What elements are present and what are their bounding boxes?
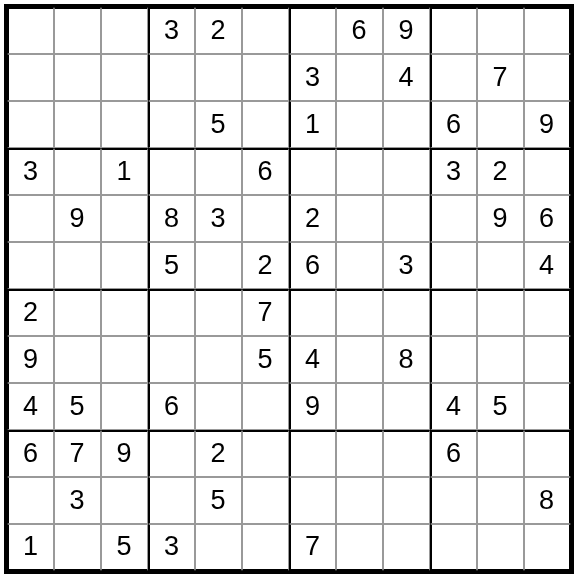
cell-6-6[interactable]	[289, 289, 336, 336]
cell-5-11[interactable]: 4	[524, 242, 571, 289]
cell-4-1[interactable]: 9	[54, 195, 101, 242]
cell-1-0[interactable]	[7, 54, 54, 101]
cell-4-2[interactable]	[101, 195, 148, 242]
cell-10-4[interactable]: 5	[195, 477, 242, 524]
cell-7-4[interactable]	[195, 336, 242, 383]
cell-9-5[interactable]	[242, 430, 289, 477]
cell-11-1[interactable]	[54, 524, 101, 571]
cell-7-7[interactable]	[336, 336, 383, 383]
cell-7-0[interactable]: 9	[7, 336, 54, 383]
cell-3-0[interactable]: 3	[7, 148, 54, 195]
cell-11-9[interactable]	[430, 524, 477, 571]
cell-6-11[interactable]	[524, 289, 571, 336]
cell-0-9[interactable]	[430, 7, 477, 54]
cell-7-2[interactable]	[101, 336, 148, 383]
cell-9-10[interactable]	[477, 430, 524, 477]
cell-8-1[interactable]: 5	[54, 383, 101, 430]
cell-9-9[interactable]: 6	[430, 430, 477, 477]
cell-9-6[interactable]	[289, 430, 336, 477]
cell-10-6[interactable]	[289, 477, 336, 524]
cell-6-7[interactable]	[336, 289, 383, 336]
cell-3-5[interactable]: 6	[242, 148, 289, 195]
cell-6-8[interactable]	[383, 289, 430, 336]
cell-8-6[interactable]: 9	[289, 383, 336, 430]
cell-9-11[interactable]	[524, 430, 571, 477]
cell-6-3[interactable]	[148, 289, 195, 336]
cell-3-6[interactable]	[289, 148, 336, 195]
cell-11-11[interactable]	[524, 524, 571, 571]
cell-5-9[interactable]	[430, 242, 477, 289]
cell-5-4[interactable]	[195, 242, 242, 289]
cell-5-8[interactable]: 3	[383, 242, 430, 289]
cell-1-9[interactable]	[430, 54, 477, 101]
cell-10-5[interactable]	[242, 477, 289, 524]
cell-5-5[interactable]: 2	[242, 242, 289, 289]
cell-9-8[interactable]	[383, 430, 430, 477]
cell-10-11[interactable]: 8	[524, 477, 571, 524]
cell-0-3[interactable]: 3	[148, 7, 195, 54]
cell-0-6[interactable]	[289, 7, 336, 54]
cell-11-2[interactable]: 5	[101, 524, 148, 571]
cell-1-4[interactable]	[195, 54, 242, 101]
cell-11-5[interactable]	[242, 524, 289, 571]
cell-11-8[interactable]	[383, 524, 430, 571]
cell-8-11[interactable]	[524, 383, 571, 430]
cell-2-8[interactable]	[383, 101, 430, 148]
cell-5-6[interactable]: 6	[289, 242, 336, 289]
cell-8-10[interactable]: 5	[477, 383, 524, 430]
cell-9-1[interactable]: 7	[54, 430, 101, 477]
cell-10-3[interactable]	[148, 477, 195, 524]
cell-1-8[interactable]: 4	[383, 54, 430, 101]
cell-4-6[interactable]: 2	[289, 195, 336, 242]
cell-3-11[interactable]	[524, 148, 571, 195]
cell-3-9[interactable]: 3	[430, 148, 477, 195]
cell-2-2[interactable]	[101, 101, 148, 148]
cell-4-8[interactable]	[383, 195, 430, 242]
cell-3-4[interactable]	[195, 148, 242, 195]
cell-0-2[interactable]	[101, 7, 148, 54]
cell-11-7[interactable]	[336, 524, 383, 571]
cell-8-2[interactable]	[101, 383, 148, 430]
cell-3-8[interactable]	[383, 148, 430, 195]
cell-0-8[interactable]: 9	[383, 7, 430, 54]
cell-8-8[interactable]	[383, 383, 430, 430]
cell-9-4[interactable]: 2	[195, 430, 242, 477]
cell-6-9[interactable]	[430, 289, 477, 336]
cell-4-11[interactable]: 6	[524, 195, 571, 242]
cell-7-3[interactable]	[148, 336, 195, 383]
cell-0-10[interactable]	[477, 7, 524, 54]
cell-2-3[interactable]	[148, 101, 195, 148]
cell-8-5[interactable]	[242, 383, 289, 430]
cell-4-4[interactable]: 3	[195, 195, 242, 242]
cell-11-6[interactable]: 7	[289, 524, 336, 571]
cell-1-1[interactable]	[54, 54, 101, 101]
cell-8-9[interactable]: 4	[430, 383, 477, 430]
cell-8-7[interactable]	[336, 383, 383, 430]
cell-10-0[interactable]	[7, 477, 54, 524]
cell-7-6[interactable]: 4	[289, 336, 336, 383]
cell-1-10[interactable]: 7	[477, 54, 524, 101]
cell-7-5[interactable]: 5	[242, 336, 289, 383]
cell-1-7[interactable]	[336, 54, 383, 101]
cell-2-4[interactable]: 5	[195, 101, 242, 148]
cell-8-4[interactable]	[195, 383, 242, 430]
cell-7-10[interactable]	[477, 336, 524, 383]
cell-3-10[interactable]: 2	[477, 148, 524, 195]
cell-10-7[interactable]	[336, 477, 383, 524]
cell-6-2[interactable]	[101, 289, 148, 336]
cell-5-7[interactable]	[336, 242, 383, 289]
cell-7-11[interactable]	[524, 336, 571, 383]
cell-2-11[interactable]: 9	[524, 101, 571, 148]
cell-2-7[interactable]	[336, 101, 383, 148]
cell-6-5[interactable]: 7	[242, 289, 289, 336]
cell-6-0[interactable]: 2	[7, 289, 54, 336]
cell-2-0[interactable]	[7, 101, 54, 148]
cell-1-2[interactable]	[101, 54, 148, 101]
cell-3-3[interactable]	[148, 148, 195, 195]
cell-2-10[interactable]	[477, 101, 524, 148]
cell-4-9[interactable]	[430, 195, 477, 242]
cell-1-11[interactable]	[524, 54, 571, 101]
cell-10-2[interactable]	[101, 477, 148, 524]
cell-6-10[interactable]	[477, 289, 524, 336]
cell-1-6[interactable]: 3	[289, 54, 336, 101]
